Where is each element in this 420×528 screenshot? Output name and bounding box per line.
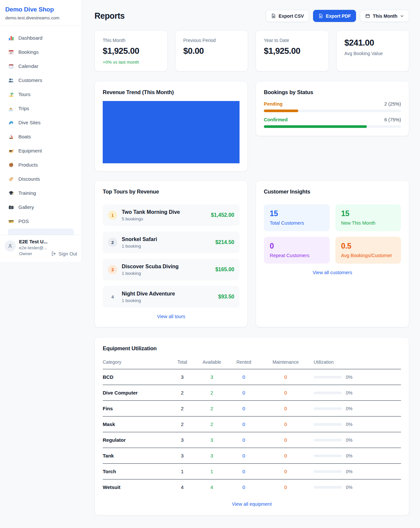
sign-out-label: Sign Out [59,251,77,256]
export-csv-button[interactable]: Export CSV [266,10,309,22]
sidebar-item-discounts[interactable]: Discounts [4,172,78,186]
cell-maintenance: 0 [260,464,311,479]
cell-available: 4 [196,479,227,495]
cell-available: 2 [196,401,227,416]
utilization-value: 0% [346,485,352,490]
equipment-utilization-card: Equipment Utilization Category Total Ava… [94,337,409,516]
tour-bookings: 1 booking [122,298,214,303]
stat-card-previous-period: Previous Period $0.00 [175,30,248,71]
cell-maintenance: 0 [260,369,311,385]
cell-rented: 0 [227,385,260,401]
view-all-tours-link[interactable]: View all tours [103,314,240,319]
col-header-rented: Rented [227,356,260,369]
tour-row: 4 Night Dive Adventure 1 booking $93.50 [103,286,240,308]
sidebar-item-products[interactable]: Products [4,158,78,172]
insight-tile-total-customers: 15 Total Customers [264,204,330,231]
tile-label: Avg Bookings/Customer [341,253,395,258]
sidebar-item-trips[interactable]: Trips [4,101,78,115]
sidebar-item-gallery[interactable]: Gallery [4,200,78,214]
sidebar-item-customers[interactable]: Customers [4,73,78,87]
cell-maintenance: 0 [260,479,311,495]
sign-out-button[interactable]: Sign Out [51,246,77,262]
cell-category: Wetsuit [103,479,168,495]
sidebar-item-dive-sites[interactable]: Dive Sites [4,115,78,130]
status-count: 6 (75%) [384,117,401,122]
sidebar-item-tours[interactable]: Tours [4,87,78,101]
revenue-trend-title: Revenue Trend (This Month) [103,89,240,95]
brand[interactable]: Demo Dive Shop demo.test.divestreams.com [0,0,82,26]
view-all-equipment-link[interactable]: View all equipment [103,501,401,507]
cell-maintenance: 0 [260,401,311,416]
sidebar-item-equipment[interactable]: Equipment [4,144,78,158]
page-title: Reports [94,11,125,21]
user-role: Owner [19,251,48,256]
utilization-track [314,455,342,457]
stat-card-this-month: This Month $1,925.00 +0% vs last month [94,30,168,71]
col-header-available: Available [196,356,227,369]
gallery-icon [8,204,14,210]
sidebar-item-label: Calendar [18,63,38,69]
cell-maintenance: 0 [260,416,311,432]
cell-maintenance: 0 [260,432,311,448]
period-dropdown[interactable]: This Month [360,10,409,22]
cell-total: 2 [168,385,196,401]
sidebar-item-bookings[interactable]: 17 Bookings [4,45,78,59]
charts-row: Revenue Trend (This Month) Bookings by S… [94,81,409,172]
export-pdf-button[interactable]: Export PDF [313,10,356,22]
cell-available: 3 [196,448,227,464]
view-all-customers-link[interactable]: View all customers [264,270,401,275]
insights-row: Top Tours by Revenue 1 Two Tank Morning … [94,180,409,327]
cell-rented: 0 [227,464,260,479]
col-header-total: Total [168,356,196,369]
tour-row: 2 Snorkel Safari 1 booking $214.50 [103,232,240,253]
cell-maintenance: 0 [260,385,311,401]
cell-rented: 0 [227,448,260,464]
main-content: Reports Export CSV Export PDF This Month… [82,0,420,528]
stat-value: $241.00 [345,38,401,48]
training-icon [8,190,14,196]
tour-row: 3 Discover Scuba Diving 1 booking $165.0… [103,259,240,280]
sidebar-item-pos[interactable]: POS [4,214,78,228]
rank-badge: 2 [108,238,117,247]
sidebar-item-training[interactable]: Training [4,186,78,200]
header-actions: Export CSV Export PDF This Month [266,10,409,22]
period-label: This Month [373,13,397,19]
sidebar-item-selected-partial[interactable] [8,229,74,235]
user-email: e2e-tester@... [19,245,48,250]
trips-icon [8,105,14,112]
sidebar-item-label: Dashboard [18,35,42,41]
tour-bookings: 1 booking [122,271,211,276]
sidebar-item-calendar[interactable]: Calendar [4,59,78,73]
stat-label: Previous Period [183,38,240,43]
cell-available: 3 [196,369,227,385]
file-download-icon [271,13,276,18]
avatar [5,240,16,252]
stat-delta: +0% vs last month [103,60,159,65]
sidebar-item-boats[interactable]: Boats [4,130,78,144]
utilization-cell: 0% [311,406,401,411]
sidebar-item-dashboard[interactable]: Dashboard [4,31,78,45]
utilization-cell: 0% [311,422,401,427]
tile-value: 0 [270,242,324,251]
user-name: E2E Test U... [19,239,48,244]
utilization-value: 0% [346,406,352,411]
table-row: Mask 2 2 0 0 0% [103,416,401,432]
sidebar-item-label: Training [18,190,36,196]
status-row-confirmed: Confirmed 6 (75%) [264,117,401,128]
table-row: Tank 3 3 0 0 0% [103,448,401,464]
discounts-icon [8,176,14,182]
products-icon [8,162,14,168]
cell-total: 2 [168,401,196,416]
cell-rented: 0 [227,416,260,432]
utilization-value: 0% [346,375,352,380]
cell-available: 2 [196,416,227,432]
stat-label: This Month [103,38,159,43]
cell-category: BCD [103,369,168,385]
customers-icon [8,77,14,83]
brand-domain: demo.test.divestreams.com [5,15,76,20]
progress-fill [264,110,298,112]
cell-category: Torch [103,464,168,479]
table-row: Wetsuit 4 4 0 0 0% [103,479,401,495]
tour-name: Night Dive Adventure [122,291,214,297]
cell-total: 3 [168,369,196,385]
